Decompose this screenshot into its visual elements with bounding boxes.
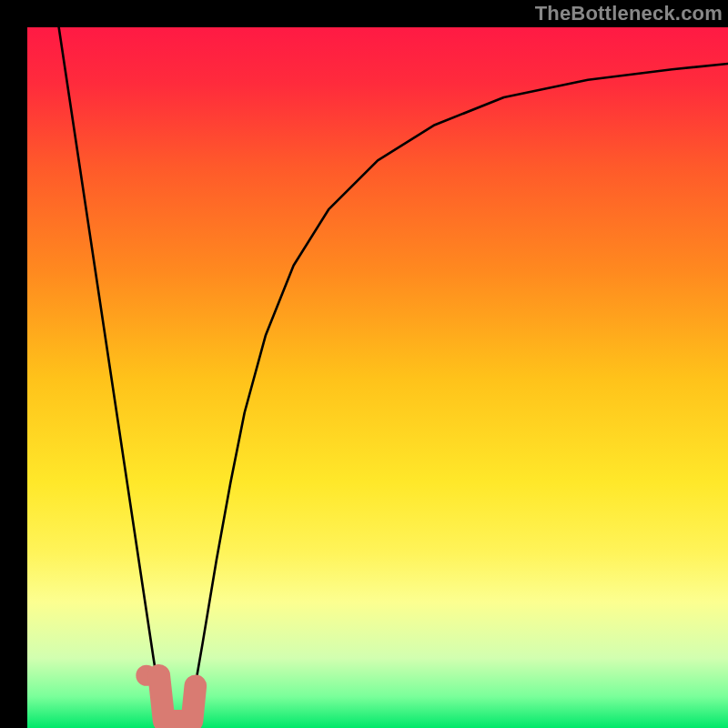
- watermark-label: TheBottleneck.com: [535, 2, 723, 25]
- chart-plot-area: [27, 27, 728, 728]
- chart-frame: TheBottleneck.com: [0, 0, 728, 728]
- chart-background: [27, 27, 728, 728]
- chart-svg: [27, 27, 728, 728]
